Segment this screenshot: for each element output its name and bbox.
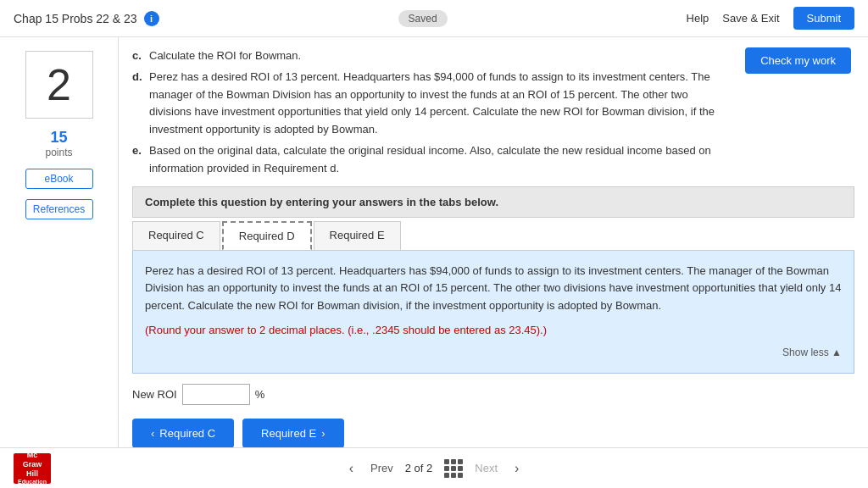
instruction-text: Complete this question by entering your … (145, 196, 498, 208)
problem-label-c: c. (132, 47, 144, 65)
problem-item-c: c. Calculate the ROI for Bowman. (132, 47, 719, 65)
tab-required-d[interactable]: Required D (222, 221, 312, 250)
points-section: 15 points (45, 129, 72, 158)
problem-text-c: Calculate the ROI for Bowman. (149, 47, 301, 65)
tab-required-e[interactable]: Required E (314, 221, 401, 250)
info-icon[interactable]: i (144, 11, 159, 26)
points-value: 15 (45, 129, 72, 147)
ebook-button[interactable]: eBook (25, 169, 93, 189)
question-number-box: 2 (25, 51, 93, 119)
new-roi-label: New ROI (132, 388, 177, 401)
instruction-bar: Complete this question by entering your … (132, 186, 854, 218)
navbar: Chap 15 Probs 22 & 23 i Saved Help Save … (0, 0, 868, 37)
mcgraw-hill-logo: Mc Graw Hill Education (14, 453, 51, 484)
tab-content-required-d: Perez has a desired ROI of 13 percent. H… (132, 251, 854, 374)
problem-item-d: d. Perez has a desired ROI of 13 percent… (132, 69, 719, 139)
tab-required-c[interactable]: Required C (132, 221, 220, 250)
problem-label-d: d. (132, 69, 144, 139)
problem-text-e: Based on the original data, calculate th… (149, 142, 719, 178)
next-page-label[interactable]: Next (475, 462, 498, 474)
tab-description: Perez has a desired ROI of 13 percent. H… (145, 263, 842, 315)
prev-button-label: Required C (159, 427, 215, 440)
main-layout: 2 15 points eBook References Check my wo… (0, 37, 868, 488)
page-info: 2 of 2 (405, 462, 433, 474)
prev-required-c-button[interactable]: ‹ Required C (132, 419, 234, 448)
percent-unit: % (255, 388, 265, 401)
references-button[interactable]: References (25, 199, 93, 219)
input-row: New ROI % (132, 384, 854, 405)
prev-page-button[interactable]: ‹ (344, 459, 359, 478)
next-arrow-icon: › (321, 427, 325, 440)
question-number: 2 (47, 59, 71, 110)
save-exit-button[interactable]: Save & Exit (722, 12, 779, 25)
saved-badge: Saved (398, 10, 448, 27)
prev-arrow-icon: ‹ (151, 427, 154, 440)
page-title: Chap 15 Probs 22 & 23 (14, 12, 137, 25)
saved-badge-container: Saved (398, 12, 448, 25)
of-label: of (415, 462, 424, 474)
problem-item-e: e. Based on the original data, calculate… (132, 142, 719, 178)
nav-buttons: ‹ Required C Required E › (132, 419, 854, 448)
check-my-work-button[interactable]: Check my work (745, 47, 851, 74)
problem-label-e: e. (132, 142, 144, 178)
next-required-e-button[interactable]: Required E › (242, 419, 343, 448)
content-area: Check my work c. Calculate the ROI for B… (119, 37, 868, 488)
grid-view-icon[interactable] (444, 459, 463, 478)
points-label: points (45, 147, 72, 158)
problem-text-d: Perez has a desired ROI of 13 percent. H… (149, 69, 719, 139)
prev-page-label[interactable]: Prev (370, 462, 393, 474)
current-page: 2 (405, 462, 411, 474)
next-page-button[interactable]: › (509, 459, 524, 478)
total-pages: 2 (426, 462, 432, 474)
navbar-left: Chap 15 Probs 22 & 23 i (14, 11, 159, 26)
next-button-label: Required E (261, 427, 316, 440)
sidebar: 2 15 points eBook References (0, 37, 119, 488)
new-roi-input[interactable] (182, 384, 250, 405)
tabs-container: Required C Required D Required E (132, 218, 854, 251)
navbar-right: Help Save & Exit Submit (687, 7, 854, 30)
pagination-bar: Mc Graw Hill Education ‹ Prev 2 of 2 Nex… (0, 447, 868, 488)
help-link[interactable]: Help (687, 12, 709, 25)
show-less-button[interactable]: Show less ▲ (145, 345, 842, 361)
submit-button[interactable]: Submit (793, 7, 854, 30)
round-note: (Round your answer to 2 decimal places. … (145, 324, 547, 336)
